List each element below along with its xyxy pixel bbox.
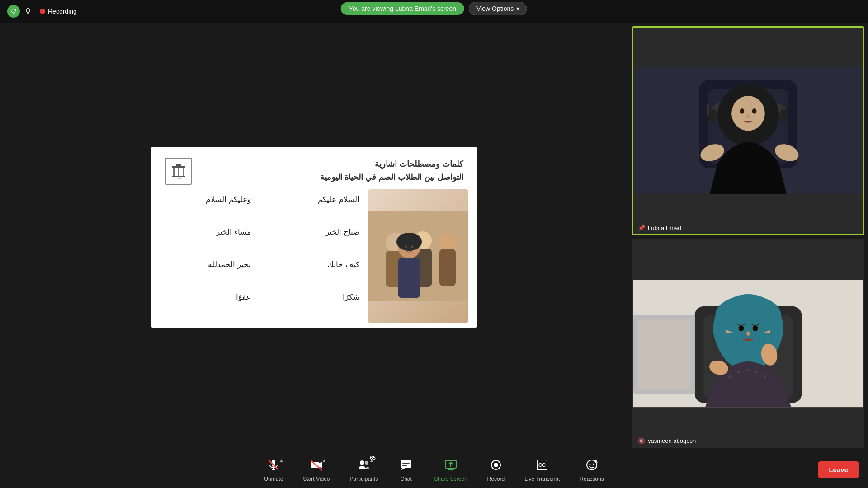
slide-logo-inner: جامعة <box>165 158 192 185</box>
svg-rect-60 <box>401 460 411 468</box>
reactions-button[interactable]: Reactions <box>570 459 613 482</box>
mute-icon: 🔇 <box>638 437 645 444</box>
chat-icon <box>400 459 412 474</box>
svg-point-29 <box>747 115 750 118</box>
svg-rect-0 <box>176 164 181 166</box>
recording-dot <box>40 9 45 14</box>
vocab-item-3-right: شكرًا <box>269 291 359 319</box>
screen-banner: You are viewing Lubna Emad's screen View… <box>341 2 527 15</box>
svg-rect-61 <box>402 463 410 464</box>
yasmeen-label: 🔇 yasmeen abogosh <box>638 437 696 444</box>
screen-banner-text: You are viewing Lubna Emad's screen <box>341 2 464 15</box>
slide-title: كلمات ومصطلحات اشارية التواصل بين الطلاب… <box>320 158 463 184</box>
view-options-button[interactable]: View Options ▾ <box>469 2 527 15</box>
svg-rect-1 <box>172 166 185 168</box>
svg-point-26 <box>731 96 765 131</box>
svg-point-46 <box>746 369 749 371</box>
mic-muted-icon: ▲ <box>267 459 280 474</box>
chat-label: Chat <box>401 476 412 482</box>
share-screen-button[interactable]: Share Screen <box>424 459 477 482</box>
svg-rect-65 <box>448 469 454 470</box>
svg-rect-15 <box>398 258 420 298</box>
unmute-label: Unmute <box>264 476 283 482</box>
video-caret[interactable]: ▲ <box>322 458 326 463</box>
slide-vocab: السلام عليكم وعليكم السلام صباح الخير مس… <box>160 189 359 323</box>
reactions-icon <box>585 459 598 474</box>
share-screen-icon <box>444 459 457 474</box>
svg-point-48 <box>764 375 766 378</box>
vocab-item-1-right: صباح الخير <box>269 226 359 253</box>
view-options-label: View Options <box>476 5 514 12</box>
svg-point-58 <box>360 460 364 465</box>
participants-label: Participants <box>350 476 378 482</box>
svg-rect-37 <box>638 319 690 389</box>
svg-point-17 <box>405 246 407 248</box>
slide-title-line2: التواصل بين الطلاب الصم في الحياة اليومي… <box>320 171 463 184</box>
slide-body: السلام عليكم وعليكم السلام صباح الخير مس… <box>151 189 477 328</box>
yasmeen-video-box: 🔇 yasmeen abogosh <box>632 239 864 448</box>
yasmeen-name: yasmeen abogosh <box>648 437 696 444</box>
start-video-button[interactable]: ▲ Start Video <box>293 459 340 482</box>
bottom-toolbar: ▲ Unmute ▲ Start Video 65 ▲ Partic <box>0 452 868 488</box>
svg-point-45 <box>737 371 740 374</box>
svg-point-40 <box>715 296 781 335</box>
main-content: كلمات ومصطلحات اشارية التواصل بين الطلاب… <box>0 23 868 452</box>
reactions-label: Reactions <box>580 476 604 482</box>
unmute-button[interactable]: ▲ Unmute <box>254 459 293 482</box>
svg-rect-3 <box>178 168 179 176</box>
svg-point-28 <box>752 108 757 114</box>
record-icon <box>490 459 502 474</box>
slide-logo: جامعة <box>165 158 192 185</box>
record-label: Record <box>487 476 505 482</box>
vocab-item-0-left: وعليكم السلام <box>160 194 251 221</box>
svg-text:CC: CC <box>538 462 546 468</box>
start-video-label: Start Video <box>303 476 330 482</box>
presentation-area: كلمات ومصطلحات اشارية التواصل بين الطلاب… <box>0 23 628 452</box>
svg-point-44 <box>728 375 731 378</box>
lubna-video-box: 📌 Lubna Emad <box>632 26 864 235</box>
svg-point-43 <box>746 331 750 336</box>
svg-point-18 <box>411 246 413 248</box>
live-transcript-icon: CC <box>536 459 548 474</box>
people-illustration <box>368 189 468 323</box>
lubna-name: Lubna Emad <box>648 225 681 231</box>
svg-rect-2 <box>173 168 175 176</box>
record-button[interactable]: Record <box>477 459 515 482</box>
vocab-item-1-left: مساء الخير <box>160 226 251 253</box>
slide-header: كلمات ومصطلحات اشارية التواصل بين الطلاب… <box>151 147 477 189</box>
svg-rect-23 <box>781 109 788 122</box>
video-muted-icon: ▲ <box>310 459 323 474</box>
lubna-video <box>633 28 863 234</box>
live-transcript-button[interactable]: CC Live Transcript <box>514 459 570 482</box>
slide: كلمات ومصطلحات اشارية التواصل بين الطلاب… <box>151 147 477 328</box>
video-panel: 📌 Lubna Emad <box>628 23 868 452</box>
participants-caret[interactable]: ▲ <box>369 458 374 463</box>
vocab-item-2-right: كيف حالك <box>269 259 359 286</box>
svg-text:جامعة: جامعة <box>177 178 181 180</box>
svg-rect-5 <box>172 176 185 177</box>
svg-point-41 <box>739 325 744 332</box>
svg-point-72 <box>593 463 594 465</box>
chat-button[interactable]: Chat <box>388 459 424 482</box>
chevron-down-icon: ▾ <box>516 5 519 12</box>
svg-point-12 <box>439 234 456 250</box>
pin-icon: 📌 <box>638 225 645 231</box>
lubna-label: 📌 Lubna Emad <box>638 225 681 231</box>
participants-icon: 65 ▲ <box>358 459 370 474</box>
leave-button[interactable]: Leave <box>818 461 859 478</box>
live-transcript-label: Live Transcript <box>524 476 560 482</box>
mic-top-icon: 🎙 <box>22 5 34 18</box>
unmute-caret[interactable]: ▲ <box>279 458 283 463</box>
svg-point-16 <box>396 233 422 251</box>
svg-rect-13 <box>439 249 456 286</box>
vocab-item-0-right: السلام عليكم <box>269 194 359 221</box>
svg-point-70 <box>587 460 597 470</box>
slide-image <box>368 189 468 323</box>
svg-point-27 <box>740 108 745 114</box>
svg-rect-62 <box>402 465 407 466</box>
security-icon: 🛡 <box>7 5 20 18</box>
svg-point-71 <box>590 463 591 465</box>
svg-point-42 <box>753 325 758 332</box>
recording-badge: Recording <box>40 8 77 15</box>
participants-button[interactable]: 65 ▲ Participants <box>340 459 388 482</box>
